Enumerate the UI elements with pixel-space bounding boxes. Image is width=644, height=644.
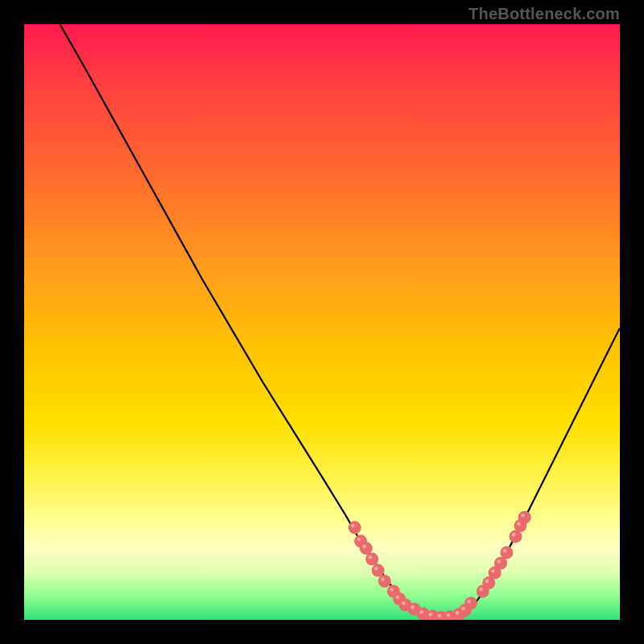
chart-container: TheBottleneck.com [0,0,644,644]
data-point-highlight [467,600,471,604]
data-point-highlight [521,514,525,518]
data-point-highlight [497,559,501,564]
data-point-highlight [461,607,465,611]
data-point [365,553,378,566]
data-point [464,597,477,609]
data-point-highlight [512,533,516,537]
curve-line [60,24,620,617]
data-point-highlight [437,613,441,617]
data-point-highlight [503,549,507,553]
data-point-highlight [369,555,373,559]
data-point-highlight [396,596,400,600]
chart-svg [24,24,620,620]
data-point-highlight [390,588,394,592]
data-point-highlight [428,613,432,617]
data-point-highlight [411,605,415,609]
data-point-highlight [491,569,495,573]
data-point-highlight [517,522,521,526]
data-point-highlight [485,580,489,584]
data-point-highlight [456,611,460,615]
data-point-highlight [351,524,355,528]
data-point [378,575,391,588]
data-point [518,511,531,524]
data-point-highlight [419,610,423,614]
data-point-highlight [479,588,483,592]
data-point-highlight [381,577,385,581]
data-point [500,546,513,559]
plot-area [24,24,620,620]
data-point-highlight [374,567,378,571]
watermark-text: TheBottleneck.com [469,5,620,23]
data-points-group [349,511,531,620]
data-point [349,521,361,534]
data-point-highlight [447,613,451,617]
data-point-highlight [402,601,406,605]
data-point-highlight [357,538,361,542]
data-point [372,564,385,577]
data-point-highlight [362,545,366,549]
